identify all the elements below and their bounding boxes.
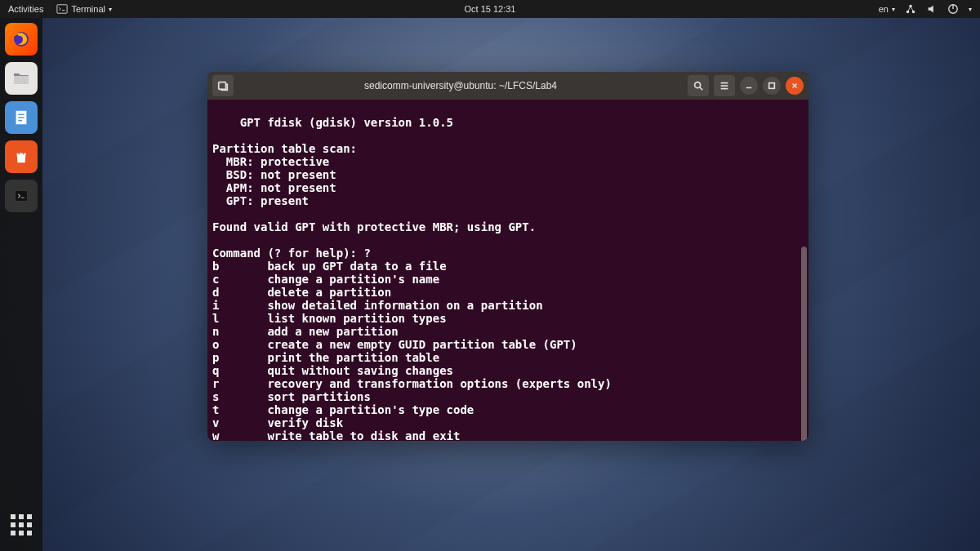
topbar-app-label: Terminal	[71, 4, 105, 14]
scrollbar-thumb[interactable]	[801, 247, 807, 441]
maximize-icon	[768, 82, 776, 90]
show-applications-button[interactable]	[5, 509, 38, 541]
dock-software[interactable]	[5, 140, 38, 173]
dock-files[interactable]	[5, 62, 38, 95]
dock-terminal[interactable]	[5, 180, 38, 212]
power-icon[interactable]	[947, 3, 959, 15]
svg-rect-7	[14, 76, 29, 84]
terminal-content[interactable]: GPT fdisk (gdisk) version 1.0.5 Partitio…	[207, 100, 808, 441]
shopping-bag-icon	[12, 148, 30, 166]
new-tab-icon	[217, 80, 229, 91]
hamburger-icon	[719, 80, 730, 91]
minimize-button[interactable]	[740, 77, 758, 95]
lang-label: en	[879, 4, 889, 14]
input-source-indicator[interactable]: en ▾	[879, 4, 895, 14]
dock-firefox[interactable]	[5, 23, 38, 56]
chevron-down-icon: ▾	[892, 6, 895, 13]
document-icon	[12, 109, 30, 127]
search-button[interactable]	[688, 75, 709, 96]
maximize-button[interactable]	[763, 77, 781, 95]
firefox-icon	[11, 29, 31, 49]
dock-libreoffice-writer[interactable]	[5, 101, 38, 134]
close-button[interactable]	[786, 77, 804, 95]
terminal-icon	[14, 189, 29, 203]
hamburger-menu-button[interactable]	[714, 75, 735, 96]
files-icon	[11, 69, 31, 88]
svg-line-15	[700, 87, 703, 91]
svg-rect-12	[16, 191, 27, 201]
gnome-dock	[0, 18, 42, 551]
chevron-down-icon: ▾	[969, 6, 972, 13]
volume-icon[interactable]	[926, 3, 938, 15]
svg-point-14	[695, 82, 701, 88]
search-icon	[693, 80, 704, 91]
network-icon[interactable]	[905, 3, 916, 15]
chevron-down-icon: ▾	[109, 6, 112, 13]
new-tab-button[interactable]	[212, 75, 234, 96]
activities-button[interactable]: Activities	[8, 4, 43, 14]
minimize-icon	[745, 82, 753, 90]
svg-rect-20	[769, 83, 775, 89]
topbar-app-menu[interactable]: Terminal ▾	[56, 3, 112, 15]
window-titlebar[interactable]: sedicomm-university@ubuntu: ~/LFCS/Lab4	[207, 72, 808, 100]
gnome-topbar: Activities Terminal ▾ Oct 15 12:31 en ▾ …	[0, 0, 980, 18]
close-icon	[791, 82, 799, 90]
window-title: sedicomm-university@ubuntu: ~/LFCS/Lab4	[238, 80, 683, 91]
svg-rect-13	[219, 82, 226, 90]
terminal-window: sedicomm-university@ubuntu: ~/LFCS/Lab4 …	[207, 72, 808, 441]
svg-rect-0	[57, 5, 67, 14]
terminal-icon	[56, 3, 68, 15]
clock[interactable]: Oct 15 12:31	[465, 4, 516, 14]
